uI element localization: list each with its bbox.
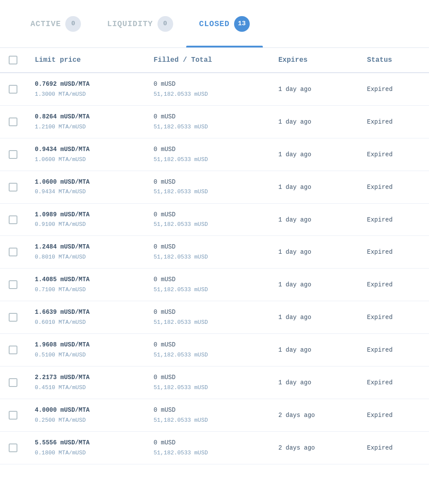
row-checkbox-cell[interactable] bbox=[0, 73, 26, 105]
row-limit-price: 0.9434 mUSD/MTA 1.0600 MTA/mUSD bbox=[26, 138, 145, 171]
filled-line1: 0 mUSD bbox=[154, 307, 261, 318]
row-checkbox-cell[interactable] bbox=[0, 236, 26, 269]
row-filled-total: 0 mUSD 51,182.0533 mUSD bbox=[145, 203, 270, 236]
tab-closed-label: CLOSED bbox=[199, 20, 230, 28]
row-expires: 1 day ago bbox=[270, 105, 359, 138]
row-checkbox[interactable] bbox=[9, 248, 17, 256]
tab-liquidity[interactable]: LIQUIDITY 0 bbox=[94, 0, 186, 47]
tab-closed[interactable]: CLOSED 13 bbox=[186, 0, 263, 47]
row-checkbox-cell[interactable] bbox=[0, 269, 26, 301]
row-checkbox-cell[interactable] bbox=[0, 203, 26, 236]
row-checkbox[interactable] bbox=[9, 183, 17, 192]
filled-line2: 51,182.0533 mUSD bbox=[154, 252, 261, 262]
limit-price-line1: 1.2484 mUSD/MTA bbox=[35, 242, 136, 252]
row-checkbox-cell[interactable] bbox=[0, 301, 26, 334]
row-checkbox-cell[interactable] bbox=[0, 431, 26, 464]
table-row: 0.9434 mUSD/MTA 1.0600 MTA/mUSD 0 mUSD 5… bbox=[0, 138, 429, 171]
row-status: Expired bbox=[359, 334, 429, 366]
limit-price-line2: 0.7100 MTA/mUSD bbox=[35, 285, 136, 295]
row-checkbox[interactable] bbox=[9, 346, 17, 354]
row-status: Expired bbox=[359, 203, 429, 236]
limit-price-line1: 5.5556 mUSD/MTA bbox=[35, 438, 136, 448]
row-checkbox-cell[interactable] bbox=[0, 105, 26, 138]
filled-line2: 51,182.0533 mUSD bbox=[154, 187, 261, 197]
table-row: 1.2484 mUSD/MTA 0.8010 MTA/mUSD 0 mUSD 5… bbox=[0, 236, 429, 269]
orders-table-wrap: Limit price Filled / Total Expires Statu… bbox=[0, 48, 429, 464]
row-expires: 1 day ago bbox=[270, 366, 359, 399]
row-expires: 2 days ago bbox=[270, 399, 359, 431]
row-expires: 1 day ago bbox=[270, 334, 359, 366]
table-row: 1.0600 mUSD/MTA 0.9434 MTA/mUSD 0 mUSD 5… bbox=[0, 171, 429, 203]
select-all-checkbox[interactable] bbox=[9, 56, 17, 64]
tab-active-label: ACTIVE bbox=[30, 20, 61, 28]
row-checkbox[interactable] bbox=[9, 280, 17, 289]
filled-line2: 51,182.0533 mUSD bbox=[154, 350, 261, 360]
row-checkbox-cell[interactable] bbox=[0, 399, 26, 431]
row-filled-total: 0 mUSD 51,182.0533 mUSD bbox=[145, 269, 270, 301]
filled-line1: 0 mUSD bbox=[154, 340, 261, 350]
row-limit-price: 1.2484 mUSD/MTA 0.8010 MTA/mUSD bbox=[26, 236, 145, 269]
limit-price-line2: 0.8010 MTA/mUSD bbox=[35, 252, 136, 262]
table-row: 4.0000 mUSD/MTA 0.2500 MTA/mUSD 0 mUSD 5… bbox=[0, 399, 429, 431]
col-header-checkbox[interactable] bbox=[0, 48, 26, 73]
row-checkbox-cell[interactable] bbox=[0, 334, 26, 366]
row-checkbox[interactable] bbox=[9, 378, 17, 387]
limit-price-line1: 0.7692 mUSD/MTA bbox=[35, 79, 136, 90]
row-filled-total: 0 mUSD 51,182.0533 mUSD bbox=[145, 431, 270, 464]
tab-active[interactable]: ACTIVE 0 bbox=[17, 0, 94, 47]
row-checkbox[interactable] bbox=[9, 85, 17, 94]
row-expires: 1 day ago bbox=[270, 73, 359, 105]
filled-line1: 0 mUSD bbox=[154, 373, 261, 383]
col-header-filled-total: Filled / Total bbox=[145, 48, 270, 73]
filled-line2: 51,182.0533 mUSD bbox=[154, 155, 261, 165]
filled-line2: 51,182.0533 mUSD bbox=[154, 448, 261, 458]
table-row: 1.9608 mUSD/MTA 0.5100 MTA/mUSD 0 mUSD 5… bbox=[0, 334, 429, 366]
row-limit-price: 0.7692 mUSD/MTA 1.3000 MTA/mUSD bbox=[26, 73, 145, 105]
filled-line2: 51,182.0533 mUSD bbox=[154, 416, 261, 425]
row-checkbox-cell[interactable] bbox=[0, 366, 26, 399]
limit-price-line2: 0.2500 MTA/mUSD bbox=[35, 416, 136, 425]
filled-line1: 0 mUSD bbox=[154, 144, 261, 155]
filled-line2: 51,182.0533 mUSD bbox=[154, 285, 261, 295]
row-status: Expired bbox=[359, 399, 429, 431]
limit-price-line2: 0.9100 MTA/mUSD bbox=[35, 220, 136, 229]
row-limit-price: 1.9608 mUSD/MTA 0.5100 MTA/mUSD bbox=[26, 334, 145, 366]
filled-line2: 51,182.0533 mUSD bbox=[154, 90, 261, 99]
filled-line2: 51,182.0533 mUSD bbox=[154, 220, 261, 229]
row-limit-price: 1.0600 mUSD/MTA 0.9434 MTA/mUSD bbox=[26, 171, 145, 203]
row-checkbox[interactable] bbox=[9, 118, 17, 126]
row-limit-price: 4.0000 mUSD/MTA 0.2500 MTA/mUSD bbox=[26, 399, 145, 431]
row-filled-total: 0 mUSD 51,182.0533 mUSD bbox=[145, 73, 270, 105]
filled-line1: 0 mUSD bbox=[154, 438, 261, 448]
table-row: 2.2173 mUSD/MTA 0.4510 MTA/mUSD 0 mUSD 5… bbox=[0, 366, 429, 399]
row-checkbox-cell[interactable] bbox=[0, 138, 26, 171]
row-status: Expired bbox=[359, 236, 429, 269]
limit-price-line2: 0.9434 MTA/mUSD bbox=[35, 187, 136, 197]
filled-line1: 0 mUSD bbox=[154, 177, 261, 188]
filled-line2: 51,182.0533 mUSD bbox=[154, 318, 261, 327]
row-filled-total: 0 mUSD 51,182.0533 mUSD bbox=[145, 236, 270, 269]
row-checkbox[interactable] bbox=[9, 215, 17, 224]
row-checkbox[interactable] bbox=[9, 444, 17, 452]
row-expires: 1 day ago bbox=[270, 138, 359, 171]
limit-price-line2: 0.4510 MTA/mUSD bbox=[35, 383, 136, 393]
row-expires: 1 day ago bbox=[270, 269, 359, 301]
limit-price-line2: 1.2100 MTA/mUSD bbox=[35, 122, 136, 132]
limit-price-line1: 2.2173 mUSD/MTA bbox=[35, 373, 136, 383]
col-header-expires: Expires bbox=[270, 48, 359, 73]
row-filled-total: 0 mUSD 51,182.0533 mUSD bbox=[145, 334, 270, 366]
row-checkbox[interactable] bbox=[9, 411, 17, 420]
limit-price-line1: 1.0600 mUSD/MTA bbox=[35, 177, 136, 188]
filled-line1: 0 mUSD bbox=[154, 242, 261, 252]
row-expires: 2 days ago bbox=[270, 431, 359, 464]
filled-line1: 0 mUSD bbox=[154, 275, 261, 285]
row-status: Expired bbox=[359, 301, 429, 334]
filled-line2: 51,182.0533 mUSD bbox=[154, 122, 261, 132]
tab-closed-badge: 13 bbox=[234, 16, 250, 32]
tab-bar: ACTIVE 0 LIQUIDITY 0 CLOSED 13 bbox=[0, 0, 429, 48]
row-checkbox-cell[interactable] bbox=[0, 171, 26, 203]
row-checkbox[interactable] bbox=[9, 150, 17, 159]
limit-price-line1: 0.8264 mUSD/MTA bbox=[35, 112, 136, 122]
row-checkbox[interactable] bbox=[9, 313, 17, 322]
limit-price-line2: 0.5100 MTA/mUSD bbox=[35, 350, 136, 360]
